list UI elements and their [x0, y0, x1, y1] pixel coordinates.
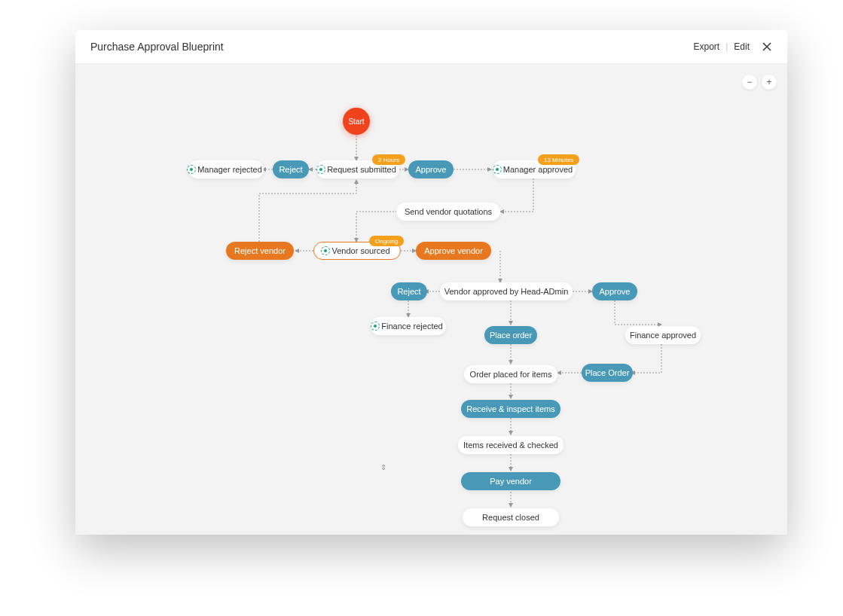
start-label: Start [348, 117, 364, 126]
label: Items received & checked [463, 441, 558, 450]
label: Reject vendor [234, 246, 286, 255]
badge-2hours: 2 Hours [372, 154, 405, 165]
node-order-placed[interactable]: Order placed for items [464, 365, 557, 383]
node-receive-inspect[interactable]: Receive & inspect items [461, 400, 560, 418]
label: Vendor sourced [331, 246, 389, 255]
label: Approve vendor [424, 246, 483, 255]
node-items-received[interactable]: Items received & checked [458, 436, 564, 454]
label: Reject [279, 165, 302, 174]
label: Reject [397, 287, 420, 296]
badge-ongoing: Ongoing [369, 236, 404, 246]
edges [75, 64, 787, 535]
label: Pay vendor [490, 477, 532, 486]
canvas[interactable]: − + [75, 64, 787, 535]
node-reject-1[interactable]: Reject [273, 160, 309, 178]
state-dot-icon [319, 166, 322, 173]
label: Request submitted [327, 165, 396, 174]
divider: | [725, 41, 728, 52]
zoom-out-button[interactable]: − [742, 75, 757, 90]
state-dot-icon [496, 166, 499, 173]
label: Approve [600, 287, 631, 296]
node-finance-approved[interactable]: Finance approved [625, 326, 701, 344]
node-vendor-head[interactable]: Vendor approved by Head-ADmin [440, 282, 573, 300]
header-actions: Export | Edit [694, 41, 773, 52]
node-start[interactable]: Start [343, 108, 370, 135]
label: Vendor approved by Head-ADmin [444, 287, 568, 296]
node-place-order[interactable]: Place order [484, 326, 537, 344]
node-approve-vendor[interactable]: Approve vendor [416, 242, 491, 260]
edit-link[interactable]: Edit [734, 41, 750, 52]
page-title: Purchase Approval Blueprint [90, 41, 224, 53]
drag-handle-icon[interactable]: ⇕ [380, 463, 386, 471]
state-dot-icon [190, 166, 193, 173]
label: Order placed for items [470, 370, 552, 379]
node-finance-rejected[interactable]: Finance rejected [371, 317, 446, 335]
window-header: Purchase Approval Blueprint Export | Edi… [75, 30, 787, 64]
close-button[interactable] [762, 41, 772, 52]
zoom-in-button[interactable]: + [762, 75, 777, 90]
node-send-vendor[interactable]: Send vendor quotations [396, 203, 500, 221]
label: Request closed [482, 513, 539, 522]
close-icon [762, 42, 771, 51]
label: Finance approved [630, 331, 696, 340]
node-reject-2[interactable]: Reject [391, 282, 427, 300]
node-reject-vendor[interactable]: Reject vendor [226, 242, 294, 260]
label: Place order [490, 331, 532, 340]
blueprint-window: Purchase Approval Blueprint Export | Edi… [75, 30, 787, 535]
label: Finance rejected [381, 322, 442, 331]
zoom-controls: − + [742, 75, 777, 90]
state-dot-icon [324, 247, 327, 255]
node-place-order-2[interactable]: Place Order [582, 364, 633, 382]
node-approve-1[interactable]: Approve [408, 160, 454, 178]
label: Approve [416, 165, 447, 174]
label: Receive & inspect items [466, 404, 554, 413]
node-approve-2[interactable]: Approve [592, 282, 637, 300]
node-manager-rejected[interactable]: Manager rejected [188, 160, 264, 178]
export-link[interactable]: Export [694, 41, 720, 52]
node-request-closed[interactable]: Request closed [463, 508, 559, 526]
label: Place Order [585, 368, 630, 377]
label: Manager rejected [197, 165, 262, 174]
node-pay-vendor[interactable]: Pay vendor [461, 472, 560, 490]
label: Send vendor quotations [405, 207, 492, 216]
state-dot-icon [374, 322, 377, 330]
badge-13min: 13 Minutes [538, 154, 579, 165]
label: Manager approved [503, 165, 573, 174]
